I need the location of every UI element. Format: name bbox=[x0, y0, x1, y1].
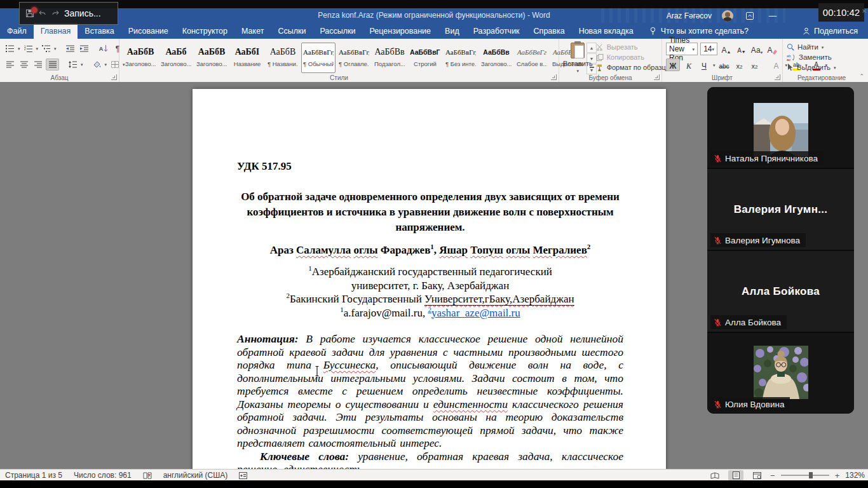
replace-icon: abac bbox=[787, 53, 796, 61]
participant-tile-2[interactable]: Алла БойковаАлла Бойкова bbox=[707, 251, 854, 332]
style-card-9[interactable]: АаБбВвГг,¶ Без инте... bbox=[444, 43, 478, 73]
font-dialog-launcher[interactable] bbox=[775, 74, 780, 80]
user-avatar[interactable] bbox=[722, 10, 733, 22]
style-card-7[interactable]: АаБбВвПодзагол... bbox=[372, 43, 407, 73]
style-card-6[interactable]: АаБбВвГг,¶ Оглавле... bbox=[337, 43, 371, 73]
change-case-button[interactable]: Аа▾ bbox=[750, 43, 763, 55]
style-card-3[interactable]: АаБбІНазвание bbox=[230, 43, 264, 73]
style-card-8[interactable]: АаБбВвГг,Строгий bbox=[408, 43, 442, 73]
account-user-name[interactable]: Araz Fərəcov bbox=[667, 11, 712, 20]
style-card-1[interactable]: АаБбЗаголово... bbox=[159, 43, 193, 73]
grow-font-button[interactable]: А▲ bbox=[720, 43, 733, 55]
document-page[interactable]: УДК 517.95 Об обратной задаче одновремен… bbox=[193, 89, 666, 469]
underline-button[interactable]: Ч bbox=[698, 59, 710, 71]
clipboard-dialog-launcher[interactable] bbox=[654, 74, 660, 80]
print-layout-icon[interactable] bbox=[728, 470, 743, 480]
bold-button[interactable]: Ж bbox=[666, 58, 680, 71]
style-card-5[interactable]: АаБбВвГг,¶ Обычный bbox=[301, 43, 336, 73]
subscript-button[interactable]: x2 bbox=[733, 59, 746, 71]
participant-photo bbox=[754, 103, 808, 156]
read-mode-icon[interactable] bbox=[707, 470, 722, 480]
chevron-down-icon: ▾ bbox=[693, 47, 695, 51]
minimize-button[interactable]: — bbox=[766, 10, 779, 22]
font-family-combo[interactable]: Times New Ron▾ bbox=[666, 43, 698, 55]
macro-recording-icon[interactable] bbox=[239, 472, 247, 479]
select-button[interactable]: Выделить▾ bbox=[787, 64, 857, 71]
zoom-slider-thumb[interactable] bbox=[809, 472, 813, 478]
page-indicator[interactable]: Страница 1 из 5 bbox=[5, 471, 62, 480]
line-spacing-icon[interactable] bbox=[67, 59, 79, 70]
shading-icon[interactable] bbox=[91, 59, 103, 70]
style-sample: АаБбВвГг, bbox=[303, 44, 334, 60]
tab-4-конструктор[interactable]: Конструктор bbox=[175, 23, 234, 39]
sort-icon[interactable]: А bbox=[98, 43, 110, 54]
zoom-percentage[interactable]: 132% bbox=[845, 471, 865, 480]
language-indicator[interactable]: английский (США) bbox=[163, 471, 227, 480]
copy-button[interactable]: Копировать bbox=[597, 53, 670, 61]
clipboard-group: Вставить ▾ Вырезать Копировать Формат по… bbox=[559, 39, 662, 82]
shrink-font-button[interactable]: А▼ bbox=[735, 43, 748, 55]
web-layout-icon[interactable] bbox=[749, 470, 764, 480]
word-count[interactable]: Число слов: 961 bbox=[74, 471, 132, 480]
find-button[interactable]: Найти▾ bbox=[787, 43, 857, 51]
style-card-2[interactable]: АаБбВЗаголово... bbox=[194, 43, 229, 73]
style-card-0[interactable]: АаБбВЗаголово... bbox=[123, 43, 158, 73]
multilevel-list-icon[interactable] bbox=[40, 43, 52, 54]
justify-icon[interactable] bbox=[46, 58, 59, 71]
decrease-indent-icon[interactable] bbox=[64, 43, 76, 54]
tab-2-вставка[interactable]: Вставка bbox=[78, 23, 121, 39]
tab-7-рассылки[interactable]: Рассылки bbox=[313, 23, 362, 39]
style-sample: АаБбІ bbox=[232, 44, 262, 60]
increase-indent-icon[interactable] bbox=[78, 43, 90, 54]
share-button[interactable]: Поделиться bbox=[803, 23, 868, 39]
clear-formatting-button[interactable]: А bbox=[766, 43, 778, 55]
style-sample: АаБбВвГг, bbox=[445, 44, 476, 60]
numbering-icon[interactable]: 12 bbox=[22, 43, 34, 54]
zoom-in-icon[interactable]: + bbox=[835, 471, 840, 480]
participant-tile-3[interactable]: Юлия Вдовина bbox=[707, 333, 854, 414]
tab-9-вид[interactable]: Вид bbox=[438, 23, 466, 39]
superscript-button[interactable]: x2 bbox=[749, 59, 761, 71]
style-card-10[interactable]: АаБбВвЗаголово... bbox=[479, 43, 513, 73]
align-center-icon[interactable] bbox=[18, 59, 30, 70]
close-icon[interactable]: ✕ bbox=[862, 8, 867, 15]
tab-12-новая-вкладка[interactable]: Новая вкладка bbox=[572, 23, 641, 39]
zoom-slider[interactable] bbox=[781, 475, 829, 476]
email-link[interactable]: yashar_aze@mail.ru bbox=[431, 307, 520, 319]
align-right-icon[interactable] bbox=[32, 59, 44, 70]
tell-me-box[interactable]: Что вы хотите сделать? bbox=[649, 23, 749, 39]
tab-1-главная[interactable]: Главная bbox=[34, 23, 78, 39]
quick-access-toolbar[interactable] bbox=[26, 10, 59, 17]
style-card-4[interactable]: АаБбВ¶ Названи... bbox=[266, 43, 300, 73]
replace-button[interactable]: abac Заменить bbox=[787, 53, 857, 61]
tab-10-разработчик[interactable]: Разработчик bbox=[466, 23, 527, 39]
participant-tile-1[interactable]: Валерия Игумн...Валерия Игумнова bbox=[707, 169, 854, 250]
meeting-timer: 00:10:42 bbox=[818, 3, 864, 22]
ribbon: ▾ 12▾ ▾ А ¶ ▾ bbox=[0, 39, 868, 83]
paragraph-dialog-launcher[interactable] bbox=[111, 74, 117, 80]
tab-6-ссылки[interactable]: Ссылки bbox=[271, 23, 313, 39]
style-card-11[interactable]: АаБбВвГгСлабое в... bbox=[515, 43, 549, 73]
tab-5-макет[interactable]: Макет bbox=[234, 23, 271, 39]
align-left-icon[interactable] bbox=[4, 59, 16, 70]
bullets-icon[interactable] bbox=[4, 43, 16, 54]
ribbon-tabs: ФайлГлавнаяВставкаРисованиеКонструкторМа… bbox=[0, 23, 641, 39]
strikethrough-button[interactable]: abc bbox=[718, 59, 731, 71]
tab-8-рецензирование[interactable]: Рецензирование bbox=[363, 23, 438, 39]
collapse-ribbon-icon[interactable]: ⌃ bbox=[859, 73, 864, 79]
tab-11-справка[interactable]: Справка bbox=[527, 23, 572, 39]
mic-muted-icon bbox=[714, 236, 722, 245]
proofing-status-icon[interactable] bbox=[143, 471, 152, 479]
participant-tile-0[interactable]: Наталья Пряничникова bbox=[707, 87, 854, 168]
tab-0-файл[interactable]: Файл bbox=[0, 23, 34, 39]
cut-button[interactable]: Вырезать bbox=[597, 43, 670, 51]
italic-button[interactable]: К bbox=[682, 59, 695, 71]
tab-3-рисование[interactable]: Рисование bbox=[121, 23, 175, 39]
zoom-out-icon[interactable]: − bbox=[770, 471, 775, 480]
ribbon-display-options-icon[interactable] bbox=[743, 10, 756, 22]
paste-button[interactable]: Вставить ▾ bbox=[563, 43, 593, 73]
styles-dialog-launcher[interactable] bbox=[551, 74, 557, 80]
text-effects-button[interactable]: А bbox=[770, 59, 783, 71]
font-size-combo[interactable]: 14▾ bbox=[700, 43, 717, 55]
format-painter-button[interactable]: Формат по образцу bbox=[597, 64, 670, 71]
